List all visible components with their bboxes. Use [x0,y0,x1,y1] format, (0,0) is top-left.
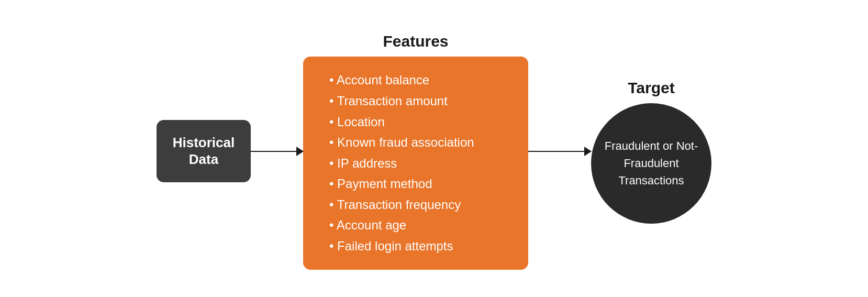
features-section: Features Account balance Transaction amo… [303,32,528,269]
feature-item-7: Account age [329,216,502,234]
feature-item-5: Payment method [329,175,502,193]
target-section: Target Fraudulent or Not-Fraudulent Tran… [591,79,711,224]
arrow-to-target [528,151,591,152]
feature-item-1: Transaction amount [329,92,502,110]
arrow-line-1 [251,151,303,152]
features-title: Features [383,32,448,50]
historical-data-box: Historical Data [157,120,251,182]
feature-item-4: IP address [329,155,502,172]
feature-item-6: Transaction frequency [329,196,502,214]
feature-item-3: Known fraud association [329,134,502,151]
features-box: Account balance Transaction amount Locat… [303,57,528,269]
target-circle: Fraudulent or Not-Fraudulent Transaction… [591,103,711,224]
target-title: Target [628,79,674,97]
main-row: Historical Data Features Account balance… [21,16,847,287]
diagram-container: Historical Data Features Account balance… [0,0,868,297]
feature-item-0: Account balance [329,71,502,89]
features-list: Account balance Transaction amount Locat… [329,71,502,255]
arrow-line-2 [528,151,591,152]
target-label: Fraudulent or Not-Fraudulent Transaction… [602,137,701,189]
feature-item-2: Location [329,113,502,131]
feature-item-8: Failed login attempts [329,237,502,255]
arrow-to-features [251,151,303,152]
historical-data-label: Historical Data [173,135,235,167]
